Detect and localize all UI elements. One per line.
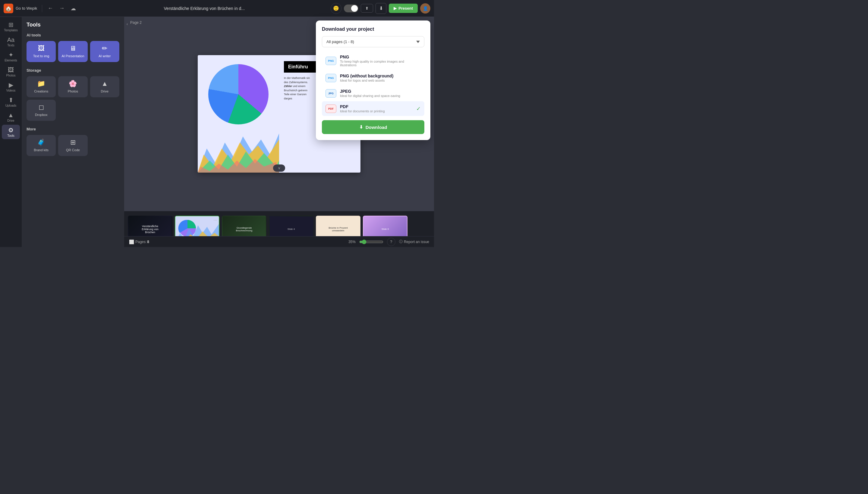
download-button[interactable]: ⬇ Download <box>322 120 424 134</box>
sidebar-item-photos[interactable]: 🖼 Photos <box>2 64 20 79</box>
zoom-percentage: 35% <box>348 240 356 244</box>
png-badge: PNG <box>326 57 336 65</box>
report-label: Report an issue <box>404 240 429 244</box>
panel-collapse-button[interactable]: ‹ <box>124 17 130 31</box>
topbar-right: 🙂 ⬆ ⬇ ▶ Present 👤 <box>331 3 430 14</box>
sidebar-item-texts[interactable]: Aa Texts <box>2 34 20 49</box>
format-item-jpeg[interactable]: JPG JPEG Ideal for digital sharing and s… <box>322 86 424 101</box>
tool-label: Photos <box>68 90 78 93</box>
ai-tools-section: AI tools <box>26 33 119 37</box>
sidebar-item-drive[interactable]: ▲ Drive <box>2 110 20 124</box>
filmstrip-toggle[interactable]: ∨ <box>273 165 285 172</box>
sidebar-item-label: Videos <box>6 89 15 92</box>
photos-icon: 🖼 <box>8 67 14 73</box>
toggle-knob <box>351 5 358 12</box>
sidebar-nav: ⊞ Templates Aa Texts ✦ Elements 🖼 Photos… <box>0 17 22 247</box>
sidebar-item-uploads[interactable]: ⬆ Uploads <box>2 95 20 109</box>
format-item-png-no-bg[interactable]: PNG PNG (without background) Ideal for l… <box>322 71 424 85</box>
tool-creations[interactable]: 📁 Creations <box>26 76 56 97</box>
elements-icon: ✦ <box>8 52 14 58</box>
tool-qr-code[interactable]: ⊞ QR Code <box>58 135 87 156</box>
tool-dropbox[interactable]: ◻ Dropbox <box>26 100 56 121</box>
format-item-pdf[interactable]: PDF PDF Ideal for documents or printing … <box>322 101 424 116</box>
sidebar-item-label: Uploads <box>5 104 17 107</box>
pages-count: 8 <box>147 240 149 244</box>
format-name-jpeg: JPEG <box>340 89 421 94</box>
download-panel-title: Download your project <box>322 26 424 32</box>
zoom-slider[interactable] <box>359 240 383 244</box>
videos-icon: ▶ <box>9 82 13 88</box>
app-logo[interactable]: 🏠 <box>4 4 13 13</box>
user-avatar[interactable]: 👤 <box>420 3 430 14</box>
tools-panel: Tools AI tools 🖼 Text to img 🖥 AI Presen… <box>22 17 124 247</box>
sidebar-item-label: Elements <box>4 59 17 62</box>
tool-brand-kits[interactable]: 🧳 Brand kits <box>26 135 56 156</box>
slide-left-panel <box>198 55 279 173</box>
cloud-save-button[interactable]: ☁ <box>69 3 78 14</box>
pages-label: Pages: <box>135 240 146 244</box>
page-label: Page 2 <box>130 20 142 25</box>
download-btn-label: Download <box>366 125 387 130</box>
tool-label: Drive <box>101 90 109 93</box>
tool-ai-presentation[interactable]: 🖥 AI Presentation <box>58 41 87 62</box>
ai-tools-grid: 🖼 Text to img 🖥 AI Presentation ✏ AI wri… <box>26 41 119 62</box>
bottom-bar: ⬜ Pages: 8 35% ? ⓘ Report an issue <box>124 236 434 247</box>
creations-icon: 📁 <box>37 80 45 88</box>
drive-icon: ▲ <box>8 112 14 118</box>
topbar: 🏠 Go to Wepik ← → ☁ Verständliche Erklär… <box>0 0 434 17</box>
sidebar-item-templates[interactable]: ⊞ Templates <box>2 19 20 34</box>
present-label: Present <box>399 6 413 11</box>
help-button[interactable]: ? <box>387 238 395 246</box>
sidebar-item-label: Drive <box>7 119 14 122</box>
sidebar-item-videos[interactable]: ▶ Videos <box>2 79 20 94</box>
pdf-badge: PDF <box>326 104 336 113</box>
format-desc-pdf: Ideal for documents or printing <box>340 109 412 113</box>
pages-select[interactable]: All pages (1 - 8) <box>322 36 424 47</box>
format-desc-png-no-bg: Ideal for logos and web assets <box>340 79 421 82</box>
format-desc-jpeg: Ideal for digital sharing and space-savi… <box>340 94 421 98</box>
mountains-graphic <box>198 125 279 173</box>
texts-icon: Aa <box>7 37 15 43</box>
format-info-pdf: PDF Ideal for documents or printing <box>340 104 412 113</box>
dark-mode-toggle[interactable] <box>344 4 358 12</box>
ai-presentation-icon: 🖥 <box>70 44 76 52</box>
report-icon: ⓘ <box>399 239 403 244</box>
more-tools-grid: 🧳 Brand kits ⊞ QR Code <box>26 135 119 156</box>
report-issue-button[interactable]: ⓘ Report an issue <box>399 239 429 244</box>
pie-chart <box>208 64 269 125</box>
tool-text-to-img[interactable]: 🖼 Text to img <box>26 41 56 62</box>
drive-storage-icon: ▲ <box>101 80 108 88</box>
format-info-png: PNG To keep high quality in complex imag… <box>340 55 421 67</box>
sidebar-item-label: Templates <box>4 28 18 32</box>
sidebar-item-tools[interactable]: ⚙ Tools <box>2 125 20 139</box>
share-button[interactable]: ⬆ <box>361 4 373 13</box>
tool-photos[interactable]: 🌸 Photos <box>58 76 87 97</box>
sidebar-item-label: Photos <box>6 74 15 77</box>
present-button[interactable]: ▶ Present <box>389 4 418 13</box>
thumb-dots-2[interactable]: ··· <box>214 217 217 222</box>
storage-section: Storage <box>26 68 119 73</box>
text-to-img-icon: 🖼 <box>38 44 44 52</box>
tool-drive[interactable]: ▲ Drive <box>90 76 119 97</box>
share-icon: ⬆ <box>365 6 369 11</box>
format-info-jpeg: JPEG Ideal for digital sharing and space… <box>340 89 421 98</box>
download-panel: Download your project All pages (1 - 8) … <box>316 20 430 140</box>
sidebar-item-elements[interactable]: ✦ Elements <box>2 50 20 64</box>
format-item-png[interactable]: PNG PNG To keep high quality in complex … <box>322 52 424 70</box>
ai-writer-icon: ✏ <box>102 44 107 52</box>
tool-label: Brand kits <box>34 148 49 152</box>
qr-code-icon: ⊞ <box>70 138 76 146</box>
undo-button[interactable]: ← <box>46 3 55 13</box>
redo-button[interactable]: → <box>57 3 66 13</box>
format-name-png-no-bg: PNG (without background) <box>340 74 421 78</box>
format-name-pdf: PDF <box>340 104 412 109</box>
tool-label: Dropbox <box>35 113 48 117</box>
download-icon-button[interactable]: ⬇ <box>375 3 386 14</box>
tool-label: QR Code <box>66 148 80 152</box>
emoji-button[interactable]: 🙂 <box>331 3 341 14</box>
jpeg-badge: JPG <box>326 89 336 98</box>
uploads-icon: ⬆ <box>8 97 14 103</box>
tool-ai-writer[interactable]: ✏ AI writer <box>90 41 119 62</box>
topbar-divider <box>42 5 42 12</box>
download-btn-icon: ⬇ <box>359 125 363 130</box>
